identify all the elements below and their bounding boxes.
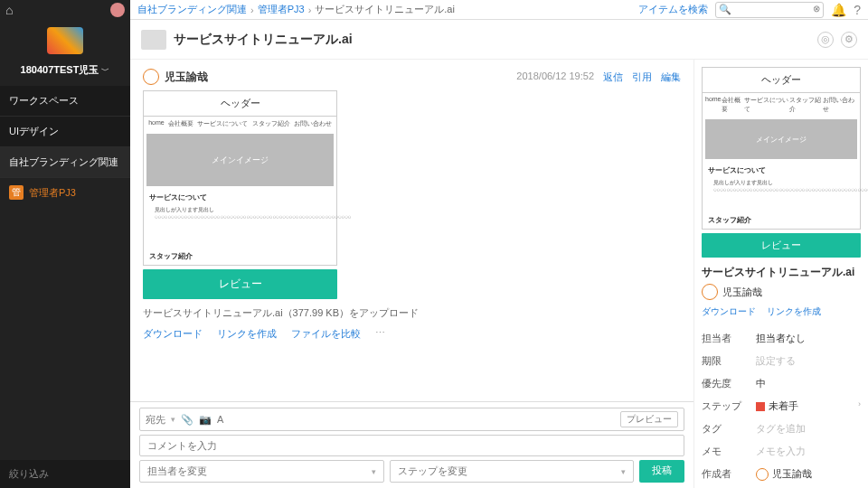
bell-icon[interactable]: 🔔: [831, 3, 846, 17]
step-select[interactable]: ステップを変更▾: [390, 460, 635, 483]
status-dot-icon: [756, 402, 765, 411]
detail-createlink-link[interactable]: リンクを作成: [767, 305, 821, 318]
search-icon: 🔍: [719, 4, 731, 15]
assignee-select[interactable]: 担当者を変更▾: [139, 460, 384, 483]
clear-icon[interactable]: ⊗: [813, 4, 820, 14]
help-icon[interactable]: ?: [854, 3, 861, 17]
meta-step[interactable]: 未着手: [756, 399, 798, 413]
target-icon[interactable]: ◎: [817, 32, 834, 48]
download-link[interactable]: ダウンロード: [143, 327, 203, 341]
breadcrumb-2[interactable]: 管理者PJ3: [258, 3, 305, 16]
preview-thumbnail[interactable]: ヘッダー home会社概要サービスについてスタッフ紹介お問い合わせ メインイメー…: [143, 90, 337, 266]
sidebar-item-branding[interactable]: 自社ブランディング関連: [0, 147, 130, 178]
meta-tag[interactable]: タグを追加: [756, 422, 806, 436]
post-timestamp: 2018/06/12 19:52: [516, 70, 594, 84]
preview-button[interactable]: プレビュー: [620, 411, 678, 427]
chevron-down-icon: ▾: [171, 415, 175, 424]
dest-label[interactable]: 宛先: [146, 413, 165, 427]
topbar: 自社ブランディング関連 › 管理者PJ3 › サービスサイトリニューアル.ai …: [130, 0, 868, 20]
breadcrumb-3: サービスサイトリニューアル.ai: [315, 3, 455, 16]
create-link-link[interactable]: リンクを作成: [217, 327, 277, 341]
file-icon: [141, 30, 166, 50]
detail-title: サービスサイトリニューアル.ai: [702, 265, 861, 280]
meta-assignee[interactable]: 担当者なし: [756, 332, 806, 345]
text-icon[interactable]: A: [217, 414, 223, 425]
project-badge: 管: [9, 185, 24, 200]
breadcrumb-1[interactable]: 自社ブランディング関連: [137, 3, 247, 16]
author-name: 児玉諭哉: [165, 70, 208, 85]
detail-download-link[interactable]: ダウンロード: [702, 305, 756, 318]
sidebar-filter[interactable]: 絞り込み: [0, 460, 130, 488]
search-items-link[interactable]: アイテムを検索: [638, 3, 708, 16]
quote-link[interactable]: 引用: [632, 70, 652, 84]
sidebar: ⌂ 180407TEST児玉 ﹀ ワークスペース UIデザイン 自社ブランディン…: [0, 0, 130, 488]
review-button[interactable]: レビュー: [143, 269, 337, 299]
meta-creator: 児玉諭哉: [756, 467, 812, 481]
comment-input[interactable]: [139, 435, 684, 456]
meta-priority[interactable]: 中: [756, 377, 766, 390]
gear-icon[interactable]: ⚙: [841, 32, 857, 48]
chevron-right-icon: ›: [858, 399, 861, 413]
workspace-logo: [47, 27, 83, 54]
home-icon[interactable]: ⌂: [5, 3, 13, 17]
detail-thumbnail[interactable]: ヘッダー home会社概要サービスについてスタッフ紹介お問い合わせ メインイメー…: [702, 67, 861, 230]
sidebar-item-uidesign[interactable]: UIデザイン: [0, 117, 130, 147]
page-title: サービスサイトリニューアル.ai: [174, 32, 353, 48]
meta-memo[interactable]: メモを入力: [756, 445, 806, 458]
detail-panel: ヘッダー home会社概要サービスについてスタッフ紹介お問い合わせ メインイメー…: [694, 60, 868, 488]
user-avatar[interactable]: [110, 3, 125, 17]
title-bar: サービスサイトリニューアル.ai ◎ ⚙: [130, 20, 868, 60]
attach-icon[interactable]: 📎: [181, 414, 193, 426]
detail-author-name: 児玉諭哉: [722, 286, 762, 299]
sidebar-item-workspace[interactable]: ワークスペース: [0, 86, 130, 117]
author-avatar: [143, 69, 159, 85]
workspace-name[interactable]: 180407TEST児玉 ﹀: [0, 58, 130, 86]
submit-button[interactable]: 投稿: [639, 460, 684, 483]
search-input[interactable]: [715, 2, 824, 18]
chevron-down-icon: ﹀: [101, 66, 109, 75]
composer: 宛先 ▾ 📎 📷 A プレビュー 担当者を変更▾ ステップを変更▾ 投稿: [130, 401, 693, 488]
upload-info: サービスサイトリニューアル.ai（377.99 KB）をアップロード: [143, 306, 681, 320]
post: 児玉諭哉 2018/06/12 19:52 返信 引用 編集 ヘッダー home…: [130, 60, 693, 401]
search-box: 🔍 ⊗: [715, 2, 824, 18]
reply-link[interactable]: 返信: [603, 70, 623, 84]
camera-icon[interactable]: 📷: [199, 414, 212, 426]
compare-link[interactable]: ファイルを比較: [291, 327, 361, 341]
detail-review-button[interactable]: レビュー: [702, 233, 861, 258]
edit-link[interactable]: 編集: [661, 70, 681, 84]
meta-due[interactable]: 設定する: [756, 354, 796, 368]
more-icon[interactable]: ⋯: [375, 327, 385, 341]
detail-author-avatar: [702, 284, 718, 300]
sidebar-subitem-pj3[interactable]: 管 管理者PJ3: [0, 178, 130, 207]
